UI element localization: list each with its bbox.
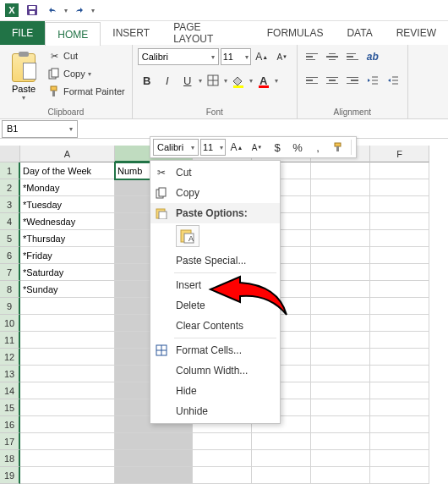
cell[interactable] — [20, 399, 115, 416]
row-header[interactable]: 7 — [0, 264, 20, 281]
row-header[interactable]: 14 — [0, 382, 20, 399]
cell[interactable] — [370, 213, 429, 230]
cell[interactable]: *Wednesday — [20, 213, 115, 230]
cell[interactable] — [311, 416, 370, 433]
row-header[interactable]: 4 — [0, 213, 20, 230]
cell[interactable] — [252, 450, 311, 467]
cell[interactable] — [370, 467, 429, 484]
cell[interactable] — [20, 332, 115, 349]
row-header[interactable]: 18 — [0, 450, 20, 467]
ctx-paste-default[interactable]: A — [176, 225, 199, 247]
cell[interactable] — [252, 433, 311, 450]
undo-icon[interactable] — [44, 2, 61, 19]
underline-button[interactable]: U — [178, 71, 197, 90]
bold-button[interactable]: B — [138, 71, 156, 90]
cell[interactable] — [311, 247, 370, 264]
cell[interactable] — [311, 332, 370, 349]
font-size-select[interactable]: 11▾ — [221, 48, 251, 65]
cell[interactable]: *Friday — [20, 247, 115, 264]
cell[interactable] — [311, 230, 370, 247]
ctx-copy[interactable]: Copy — [150, 183, 280, 203]
row-header[interactable]: 1 — [0, 162, 20, 179]
row-header[interactable]: 11 — [0, 332, 20, 349]
mini-comma-button[interactable]: , — [309, 138, 327, 157]
shrink-font-button[interactable]: A▼ — [273, 47, 292, 66]
cell[interactable] — [311, 196, 370, 213]
select-all-button[interactable] — [0, 146, 20, 162]
cell[interactable] — [311, 399, 370, 416]
align-center-button[interactable] — [323, 71, 341, 90]
tab-home[interactable]: HOME — [45, 22, 101, 46]
cell[interactable] — [370, 230, 429, 247]
cell[interactable] — [370, 179, 429, 196]
save-icon[interactable] — [24, 2, 41, 19]
row-header[interactable]: 3 — [0, 196, 20, 213]
mini-currency-button[interactable]: $ — [268, 138, 287, 157]
align-right-button[interactable] — [343, 71, 362, 90]
cell[interactable] — [20, 467, 115, 484]
font-color-dropdown-icon[interactable]: ▾ — [275, 77, 278, 85]
cell[interactable] — [115, 450, 193, 467]
ctx-hide[interactable]: Hide — [150, 381, 280, 401]
cell[interactable] — [311, 264, 370, 281]
borders-dropdown-icon[interactable]: ▾ — [224, 77, 227, 85]
row-header[interactable]: 13 — [0, 366, 20, 382]
cell[interactable] — [370, 399, 429, 416]
cell[interactable]: *Saturday — [20, 264, 115, 281]
ctx-unhide[interactable]: Unhide — [150, 401, 280, 421]
cell[interactable] — [311, 162, 370, 179]
mini-size-select[interactable]: 11▾ — [200, 139, 226, 156]
cell[interactable] — [311, 433, 370, 450]
paste-dropdown-icon[interactable]: ▾ — [22, 94, 25, 102]
cell[interactable] — [20, 366, 115, 382]
cell[interactable] — [370, 196, 429, 213]
copy-dropdown-icon[interactable]: ▾ — [88, 70, 91, 78]
italic-button[interactable]: I — [158, 71, 177, 90]
cell[interactable] — [311, 315, 370, 332]
cell[interactable] — [252, 467, 311, 484]
cell[interactable] — [370, 298, 429, 315]
cell[interactable] — [311, 450, 370, 467]
cell[interactable] — [370, 264, 429, 281]
row-header[interactable]: 9 — [0, 298, 20, 315]
cell[interactable] — [370, 382, 429, 399]
decrease-indent-button[interactable] — [363, 71, 382, 90]
tab-review[interactable]: REVIEW — [385, 21, 448, 45]
font-name-select[interactable]: Calibri▾ — [138, 48, 219, 65]
cut-button[interactable]: ✂ Cut — [46, 47, 127, 64]
orientation-button[interactable]: ab — [363, 47, 382, 66]
align-top-button[interactable] — [303, 47, 321, 66]
cell[interactable]: *Tuesday — [20, 196, 115, 213]
cell[interactable] — [193, 450, 252, 467]
mini-format-painter-button[interactable] — [329, 138, 347, 157]
borders-button[interactable] — [204, 71, 222, 90]
ctx-format-cells[interactable]: Format Cells... — [150, 340, 280, 360]
mini-percent-button[interactable]: % — [288, 138, 307, 157]
fill-color-dropdown-icon[interactable]: ▾ — [249, 77, 253, 85]
cell[interactable] — [370, 433, 429, 450]
cell[interactable] — [370, 450, 429, 467]
cell[interactable] — [311, 382, 370, 399]
cell[interactable] — [311, 349, 370, 366]
ctx-cut[interactable]: ✂ Cut — [150, 162, 280, 183]
qat-customize-icon[interactable]: ▾ — [91, 7, 95, 14]
cell[interactable] — [115, 467, 193, 484]
mini-grow-font-button[interactable]: A▲ — [227, 138, 246, 157]
column-header-F[interactable]: F — [370, 146, 429, 162]
increase-indent-button[interactable] — [384, 71, 402, 90]
cell[interactable] — [20, 433, 115, 450]
cell[interactable] — [370, 281, 429, 298]
paste-button[interactable]: Paste ▾ — [5, 47, 42, 107]
ctx-column-width[interactable]: Column Width... — [150, 360, 280, 381]
row-header[interactable]: 19 — [0, 467, 20, 484]
cell[interactable] — [311, 281, 370, 298]
cell[interactable] — [370, 332, 429, 349]
underline-dropdown-icon[interactable]: ▾ — [199, 77, 202, 85]
tab-data[interactable]: DATA — [335, 21, 384, 45]
cell[interactable] — [311, 213, 370, 230]
tab-page-layout[interactable]: PAGE LAYOUT — [161, 21, 255, 45]
undo-dropdown-icon[interactable]: ▾ — [64, 7, 68, 14]
fill-color-button[interactable] — [229, 71, 248, 90]
cell[interactable] — [370, 349, 429, 366]
cell[interactable] — [20, 349, 115, 366]
